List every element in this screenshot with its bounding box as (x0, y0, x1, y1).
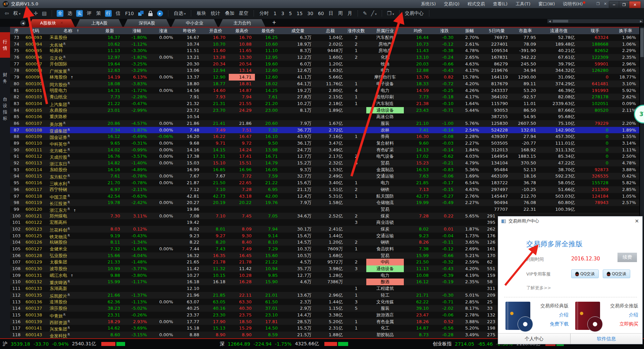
menu-item[interactable]: 说明书(H) (563, 1, 585, 7)
hscroll-right-icon[interactable]: ▶ (639, 20, 643, 23)
vscroll-thumb[interactable] (640, 28, 644, 57)
table-row[interactable]: 74600094大名城R10.62-1.12%10.7410.7010.8810… (10, 41, 639, 48)
hscroll-thumb[interactable] (553, 20, 568, 22)
strategy-button[interactable]: 策 (96, 10, 101, 16)
ruler-icon[interactable]: ▤ (42, 10, 47, 16)
review-button[interactable]: 评 (87, 10, 92, 16)
menu-item[interactable]: 系统(S) (421, 1, 436, 7)
table-row[interactable]: 86600107美尔雅R20.86-4.57%0.00%21.8621.4121… (10, 120, 639, 127)
menu-item[interactable]: 交易(Q) (444, 1, 459, 7)
period-5[interactable]: 5 (289, 11, 292, 16)
sidebar-item-自设指标[interactable]: 自设指标 (0, 93, 10, 124)
period-month[interactable]: 月 (347, 10, 352, 16)
column-header-涨速[interactable]: 涨速 (150, 28, 176, 34)
lock-icon[interactable] (148, 10, 153, 16)
intro-link[interactable]: 介绍 (559, 312, 569, 318)
qq-chat-button[interactable]: QQ交谈 (571, 269, 599, 278)
column-header-现手[interactable]: 现手 (578, 28, 612, 34)
column-header-总额[interactable]: 总额 (315, 28, 346, 34)
column-header-流通市值[interactable]: 流通市值 (539, 28, 578, 34)
column-header-均价[interactable]: 均价 (404, 28, 432, 34)
table-row[interactable]: 79600099林海股份↑14.196.13%0.00%13.3712.9014… (10, 74, 639, 81)
sidebar-item-行情[interactable]: 行情 (0, 32, 10, 58)
copy-icon[interactable]: ❐▾ (387, 10, 394, 16)
tab-上海A股[interactable]: 上海A股 (76, 19, 122, 27)
learn-more-link[interactable]: 了解更多>> (526, 285, 551, 291)
realtime-button[interactable]: 实 (76, 10, 83, 17)
table-row[interactable]: 88600109国金证券R16.12-0.49%-0.06%16.2016.22… (10, 133, 639, 140)
table-row[interactable]: 80600100同方股份R18.08-3.83%18.8018.7718.811… (10, 81, 639, 87)
table-row[interactable]: 95600116三峡水利R21.70-0.78%0.00%21.8721.502… (10, 180, 639, 186)
table-row[interactable]: 84600105永鼎股份23.01-2.99%23.7223.7024.2923… (10, 107, 639, 114)
tab-A股板块[interactable]: A股板块✕ (29, 19, 75, 27)
table-row[interactable]: 94600115东方航空R7.61-0.78%0.00%7.677.677.72… (10, 173, 639, 180)
column-header-5日均量[interactable]: 5日均量 (482, 28, 511, 34)
menu-item[interactable]: 查看(L) (493, 1, 507, 7)
pen-icon[interactable]: ✎ (363, 10, 367, 16)
column-header-涨停次数[interactable]: 涨停次数 (346, 28, 366, 34)
table-row[interactable]: 83600104上汽集团R21.22-0.47%21.3221.3121.552… (10, 100, 639, 107)
table-row[interactable]: 89600110中科英华R9.65-0.31%0.00%9.689.719.72… (10, 140, 639, 147)
table-row[interactable]: 99600120浙江东方R↑19.86贸易7770722.31100.39亿 (10, 206, 639, 213)
column-header-涨跌[interactable]: 涨跌 (432, 28, 457, 34)
trade-center-button[interactable]: 交易中心 (405, 10, 424, 16)
column-header-所属行业[interactable]: 所属行业 (366, 28, 404, 34)
column-header-涨幅[interactable]: 涨幅 (123, 28, 150, 34)
column-header-换手率[interactable]: 换手率 (612, 28, 639, 34)
period-1[interactable]: 1 (273, 11, 276, 16)
tab-中小企业[interactable]: 中小企业 (171, 19, 218, 27)
column-header-振幅[interactable]: 振幅 (457, 28, 482, 34)
period-3[interactable]: 3 (281, 11, 284, 16)
table-row[interactable]: 77600097开创国际19.64-3.25%20.3020.3420.5419… (10, 61, 639, 67)
f10-button[interactable]: F10 (125, 11, 134, 16)
table-row[interactable]: 96600117西宁特钢6.97-2.11%7.127.107.286.9521… (10, 186, 639, 193)
table-row[interactable]: 97600118中国卫星R42.54-0.63%42.8142.7343.184… (10, 193, 639, 200)
table-row[interactable]: 93600114东睦股份16.16-4.89%16.9916.8516.9616… (10, 166, 639, 173)
table-row[interactable]: 90600111北方稀土R14.02-0.99%0.00%14.1614.151… (10, 147, 639, 153)
download-link[interactable]: 免费下载 (550, 321, 569, 327)
period-fenshi[interactable]: 分时 (259, 10, 269, 16)
starmap-button[interactable]: 星空 (239, 10, 248, 16)
statistics-button[interactable]: 统计 (211, 10, 220, 16)
back-icon[interactable]: ⇦ (5, 10, 9, 16)
column-header-最高价[interactable]: 最高价 (229, 28, 255, 34)
table-row[interactable]: 82600103青山纸业7.73-2.28%7.917.937.947.6127… (10, 94, 639, 100)
table-row[interactable]: 91600112天成控股R16.76-3.57%0.00%17.3817.311… (10, 153, 639, 160)
dialog-close-icon[interactable]: ✕ (635, 218, 639, 224)
buy-now-link[interactable]: 立即购买 (620, 321, 638, 327)
close-child-icon[interactable]: ✕ (604, 2, 607, 6)
hand-icon[interactable]: ✛ (34, 10, 38, 16)
tab-scroll-left-icon[interactable]: ◀ (20, 20, 26, 26)
table-row[interactable]: 92600113浙江东日R14.82-1.40%0.00%15.0315.101… (10, 160, 639, 166)
renew-button[interactable]: 续费 (618, 253, 637, 262)
column-header-最新[interactable]: 最新 (96, 28, 123, 34)
add-tab-button[interactable]: + (272, 19, 276, 26)
all-market-button[interactable]: 全 (57, 10, 63, 17)
period-day[interactable]: 日 (329, 10, 333, 16)
column-header-序[interactable]: 序 (10, 28, 23, 34)
sectors-button[interactable]: 板块 (197, 10, 206, 16)
line-tool-icon[interactable]: ╱▾ (371, 10, 377, 16)
column-header-最低价[interactable]: 最低价 (255, 28, 281, 34)
table-row[interactable]: 81600101明星电力14.31-1.72%0.00%14.5614.6014… (10, 87, 639, 94)
table-row[interactable]: 78600098广州发展R12.63-3.29%13.0612.9413.141… (10, 67, 639, 74)
qq-chat-button[interactable]: QQ交谈 (603, 269, 630, 278)
table-row[interactable]: 73600093禾嘉股份16.37-1.80%0.00%16.6716.7016… (10, 34, 639, 41)
table-row[interactable]: 75600095哈高科11.13-3.30%11.5111.6011.6511.… (10, 47, 639, 54)
column-header-昨收价[interactable]: 昨收价 (176, 28, 203, 34)
overlay-button[interactable]: 叠加 (225, 10, 234, 16)
column-header-市盈率[interactable]: 市盈率 (511, 28, 539, 34)
marquee-icon[interactable]: ▧ (25, 10, 30, 16)
sidebar-item-财务[interactable]: 财务 (0, 67, 10, 89)
column-header-开盘价[interactable]: 开盘价 (203, 28, 229, 34)
layers-icon[interactable] (138, 10, 144, 16)
menu-item[interactable]: 工具(T) (516, 1, 530, 7)
tab-close-icon[interactable]: ✕ (60, 21, 63, 25)
column-header-代码[interactable]: 代码 (23, 28, 47, 34)
rights-button[interactable]: 权▾ (13, 10, 21, 16)
column-header-成交量[interactable]: 成交量 (281, 28, 315, 34)
tab-主力合约[interactable]: 主力合约 (219, 19, 265, 27)
product-edition-link[interactable]: 交易师多屏全推版 (526, 239, 583, 249)
period-30[interactable]: 30 (307, 11, 313, 16)
info-button[interactable]: 信 (116, 10, 120, 16)
